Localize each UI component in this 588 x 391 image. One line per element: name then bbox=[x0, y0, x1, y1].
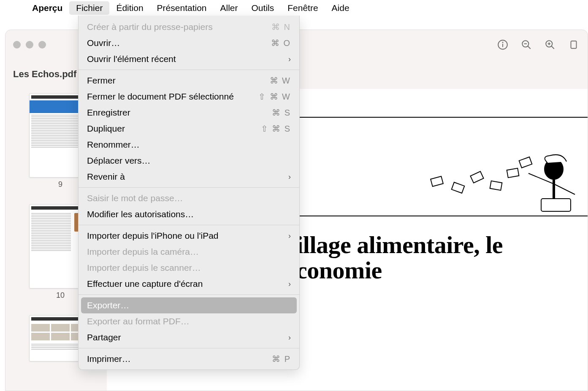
menubar-item-aller[interactable]: Aller bbox=[214, 1, 245, 15]
menu-separator bbox=[79, 70, 299, 70]
menu-item-shortcut: ⇧ ⌘ W bbox=[258, 92, 291, 102]
menu-item[interactable]: Renommer… bbox=[79, 137, 299, 153]
menu-item[interactable]: Importer depuis l'iPhone ou l'iPad› bbox=[79, 228, 299, 244]
menu-item-label: Déplacer vers… bbox=[87, 156, 151, 166]
menu-item-label: Saisir le mot de passe… bbox=[87, 193, 183, 203]
svg-line-4 bbox=[528, 46, 531, 49]
menu-item-label: Fermer bbox=[87, 76, 116, 86]
menubar-item-fichier[interactable]: Fichier bbox=[69, 1, 109, 15]
menu-item: Importer depuis la caméra… bbox=[79, 244, 299, 260]
menu-separator bbox=[79, 294, 299, 295]
menu-item-label: Importer depuis la caméra… bbox=[87, 247, 199, 257]
menu-item: Saisir le mot de passe… bbox=[79, 190, 299, 206]
menu-item-label: Créer à partir du presse-papiers bbox=[87, 22, 213, 32]
svg-rect-12 bbox=[541, 199, 571, 211]
menu-item-label: Exporter… bbox=[87, 300, 129, 310]
menu-item-label: Ouvrir… bbox=[87, 38, 120, 48]
menu-item-label: Importer depuis le scanner… bbox=[87, 263, 201, 273]
menubar-item-presentation[interactable]: Présentation bbox=[150, 1, 214, 15]
menu-item[interactable]: Revenir à› bbox=[79, 169, 299, 185]
menubar: Aperçu Fichier Édition Présentation Alle… bbox=[0, 0, 588, 16]
svg-rect-17 bbox=[507, 168, 519, 178]
svg-point-2 bbox=[502, 42, 503, 43]
menu-item-label: Modifier les autorisations… bbox=[87, 209, 194, 219]
menu-item-label: Exporter au format PDF… bbox=[87, 316, 190, 326]
svg-rect-15 bbox=[470, 171, 483, 183]
menu-item-shortcut: ⌘ S bbox=[272, 108, 291, 118]
menu-item-label: Renommer… bbox=[87, 140, 140, 150]
menubar-item-edition[interactable]: Édition bbox=[109, 1, 150, 15]
menu-item[interactable]: Exporter… bbox=[81, 297, 297, 313]
zoom-button[interactable] bbox=[38, 41, 46, 49]
menu-item-shortcut: ⇧ ⌘ S bbox=[261, 124, 291, 134]
menu-item: Importer depuis le scanner… bbox=[79, 260, 299, 276]
menu-separator bbox=[79, 348, 299, 348]
menu-item: Exporter au format PDF… bbox=[79, 313, 299, 329]
menu-item-label: Dupliquer bbox=[87, 124, 125, 134]
menu-item-label: Importer depuis l'iPhone ou l'iPad bbox=[87, 231, 219, 241]
menu-item[interactable]: Fermer le document PDF sélectionné⇧ ⌘ W bbox=[79, 89, 299, 105]
chevron-right-icon: › bbox=[288, 280, 291, 289]
share-icon[interactable] bbox=[567, 38, 580, 51]
svg-line-7 bbox=[551, 46, 554, 49]
svg-rect-10 bbox=[571, 41, 577, 48]
menu-item[interactable]: Enregistrer⌘ S bbox=[79, 105, 299, 121]
menu-item[interactable]: Fermer⌘ W bbox=[79, 73, 299, 89]
menu-item-shortcut: ⌘ P bbox=[272, 354, 291, 364]
menu-item[interactable]: Imprimer…⌘ P bbox=[79, 351, 299, 367]
chevron-right-icon: › bbox=[288, 55, 291, 64]
svg-rect-18 bbox=[519, 157, 532, 168]
menubar-item-aide[interactable]: Aide bbox=[325, 1, 356, 15]
menu-item[interactable]: Ouvrir…⌘ O bbox=[79, 35, 299, 51]
toolbar-right bbox=[496, 30, 580, 59]
svg-rect-16 bbox=[490, 181, 502, 190]
menu-item-label: Imprimer… bbox=[87, 354, 131, 364]
menu-separator bbox=[79, 187, 299, 188]
document-name: Les Echos.pdf bbox=[13, 69, 76, 80]
thumbnail-number: 9 bbox=[58, 180, 62, 189]
menu-separator bbox=[79, 225, 299, 225]
menu-item[interactable]: Modifier les autorisations… bbox=[79, 206, 299, 222]
menu-item[interactable]: Dupliquer⇧ ⌘ S bbox=[79, 121, 299, 137]
menu-item-label: Fermer le document PDF sélectionné bbox=[87, 92, 234, 102]
menu-item-shortcut: ⌘ O bbox=[271, 38, 291, 48]
menu-item-label: Effectuer une capture d'écran bbox=[87, 279, 203, 289]
menu-item[interactable]: Effectuer une capture d'écran› bbox=[79, 276, 299, 292]
chevron-right-icon: › bbox=[288, 333, 291, 342]
close-button[interactable] bbox=[13, 41, 21, 49]
menubar-item-outils[interactable]: Outils bbox=[245, 1, 281, 15]
menu-item-shortcut: ⌘ N bbox=[271, 22, 291, 32]
menu-item[interactable]: Déplacer vers… bbox=[79, 153, 299, 169]
minimize-button[interactable] bbox=[26, 41, 33, 49]
chevron-right-icon: › bbox=[288, 232, 291, 240]
zoom-out-icon[interactable] bbox=[520, 38, 533, 51]
fichier-menu: Créer à partir du presse-papiers⌘ NOuvri… bbox=[78, 16, 300, 370]
menu-item-label: Partager bbox=[87, 332, 121, 342]
menubar-item-fenetre[interactable]: Fenêtre bbox=[281, 1, 325, 15]
menu-item-label: Ouvrir l'élément récent bbox=[87, 54, 176, 64]
chevron-right-icon: › bbox=[288, 173, 291, 181]
menu-item[interactable]: Ouvrir l'élément récent› bbox=[79, 51, 299, 67]
zoom-in-icon[interactable] bbox=[544, 38, 556, 51]
svg-rect-14 bbox=[452, 182, 465, 193]
menu-item-label: Enregistrer bbox=[87, 108, 130, 118]
traffic-lights bbox=[13, 41, 46, 49]
svg-rect-13 bbox=[431, 176, 443, 186]
menu-item-label: Revenir à bbox=[87, 172, 125, 182]
menubar-app[interactable]: Aperçu bbox=[25, 1, 69, 15]
menu-item-shortcut: ⌘ W bbox=[270, 76, 291, 86]
menu-item: Créer à partir du presse-papiers⌘ N bbox=[79, 19, 299, 35]
thumbnail-number: 10 bbox=[56, 291, 65, 300]
info-icon[interactable] bbox=[496, 38, 509, 51]
illustration bbox=[423, 144, 588, 216]
menu-item[interactable]: Partager› bbox=[79, 329, 299, 345]
